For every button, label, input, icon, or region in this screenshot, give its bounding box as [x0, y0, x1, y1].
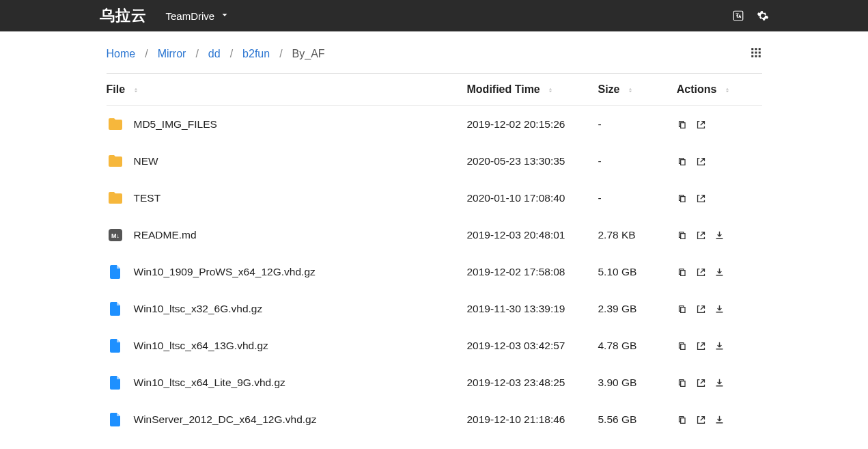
- row-actions: [677, 303, 757, 315]
- table-row: WinServer_2012_DC_x64_12G.vhd.gz2019-12-…: [107, 401, 762, 438]
- open-external-icon[interactable]: [695, 267, 707, 278]
- breadcrumb-separator: /: [145, 48, 148, 60]
- copy-link-icon[interactable]: [677, 414, 688, 426]
- download-icon[interactable]: [714, 230, 725, 241]
- sort-icon: [724, 86, 731, 94]
- table-row: Win10_ltsc_x64_13G.vhd.gz2019-12-03 03:4…: [107, 327, 762, 364]
- modified-time: 2020-01-10 17:08:40: [467, 180, 598, 217]
- modified-time: 2019-12-03 20:48:01: [467, 217, 598, 254]
- download-icon[interactable]: [714, 377, 725, 389]
- copy-link-icon[interactable]: [677, 340, 688, 352]
- grid-view-icon[interactable]: [750, 46, 762, 61]
- copy-link-icon[interactable]: [677, 303, 688, 315]
- open-external-icon[interactable]: [695, 303, 707, 315]
- sort-icon: [132, 86, 139, 94]
- col-header-modified[interactable]: Modified Time: [467, 74, 598, 106]
- file-name[interactable]: MD5_IMG_FILES: [134, 118, 217, 131]
- col-header-size[interactable]: Size: [598, 74, 677, 106]
- open-external-icon[interactable]: [695, 193, 707, 204]
- table-row: Win10_ltsc_x64_Lite_9G.vhd.gz2019-12-03 …: [107, 364, 762, 401]
- open-external-icon[interactable]: [695, 156, 707, 167]
- file-icon: [107, 411, 124, 428]
- modified-time: 2019-11-30 13:39:19: [467, 290, 598, 327]
- file-name[interactable]: Win10_ltsc_x64_Lite_9G.vhd.gz: [134, 377, 285, 389]
- row-actions: [677, 377, 757, 389]
- file-icon: [107, 300, 124, 318]
- table-row: MD5_IMG_FILES2019-12-02 20:15:26-: [107, 106, 762, 144]
- table-row: WinServer_2016_DC_x64_12G.vhd.gz2019-12-…: [107, 438, 762, 449]
- download-icon[interactable]: [714, 340, 725, 352]
- breadcrumb-link[interactable]: Mirror: [158, 48, 186, 60]
- sort-icon: [547, 86, 554, 94]
- gear-icon[interactable]: [757, 10, 769, 22]
- file-size: 2.39 GB: [598, 290, 677, 327]
- breadcrumb: Home/Mirror/dd/b2fun/By_AF: [107, 48, 325, 60]
- copy-link-icon[interactable]: [677, 267, 688, 278]
- topbar: 乌拉云 TeamDrive: [0, 0, 868, 31]
- file-size: -: [598, 143, 677, 180]
- row-actions: [677, 267, 757, 278]
- col-header-modified-label: Modified Time: [467, 83, 540, 95]
- modified-time: 2019-12-02 20:15:26: [467, 106, 598, 144]
- chevron-down-icon: [220, 10, 229, 22]
- file-name[interactable]: TEST: [134, 192, 161, 204]
- modified-time: 2019-12-01 19:51:50: [467, 438, 598, 449]
- col-header-file-label: File: [107, 83, 126, 95]
- team-dropdown[interactable]: TeamDrive: [166, 10, 230, 22]
- file-table: File Modified Time Size Actions MD5_IMG_…: [107, 74, 762, 449]
- file-size: -: [598, 180, 677, 217]
- file-size: 5.10 GB: [598, 254, 677, 290]
- sort-icon: [627, 86, 634, 94]
- open-external-icon[interactable]: [695, 414, 707, 426]
- team-dropdown-label: TeamDrive: [166, 10, 215, 22]
- table-row: NEW2020-05-23 13:30:35-: [107, 143, 762, 180]
- row-actions: [677, 156, 757, 167]
- modified-time: 2019-12-02 17:58:08: [467, 254, 598, 290]
- col-header-actions-label: Actions: [677, 83, 717, 95]
- download-icon[interactable]: [714, 267, 725, 278]
- breadcrumb-link[interactable]: b2fun: [242, 48, 270, 60]
- modified-time: 2019-12-03 23:48:25: [467, 364, 598, 401]
- file-icon: [107, 337, 124, 355]
- row-actions: [677, 193, 757, 204]
- file-name[interactable]: WinServer_2012_DC_x64_12G.vhd.gz: [134, 413, 317, 426]
- folder-icon: [107, 189, 124, 207]
- file-name[interactable]: README.md: [134, 229, 197, 241]
- folder-icon: [107, 152, 124, 170]
- file-size: 5.56 GB: [598, 401, 677, 438]
- table-row: Win10_ltsc_x32_6G.vhd.gz2019-11-30 13:39…: [107, 290, 762, 327]
- copy-link-icon[interactable]: [677, 193, 688, 204]
- row-actions: [677, 414, 757, 426]
- file-name[interactable]: Win10_ltsc_x64_13G.vhd.gz: [134, 340, 268, 352]
- table-row: TEST2020-01-10 17:08:40-: [107, 180, 762, 217]
- breadcrumb-link[interactable]: Home: [107, 48, 136, 60]
- breadcrumb-separator: /: [195, 48, 198, 60]
- brand-logo[interactable]: 乌拉云: [100, 5, 147, 26]
- download-icon[interactable]: [714, 414, 725, 426]
- file-size: 2.78 KB: [598, 217, 677, 254]
- folder-icon: [107, 115, 124, 133]
- file-icon: [107, 374, 124, 392]
- copy-link-icon[interactable]: [677, 230, 688, 241]
- table-row: Win10_1909_ProWS_x64_12G.vhd.gz2019-12-0…: [107, 254, 762, 290]
- row-actions: [677, 340, 757, 352]
- file-name[interactable]: Win10_1909_ProWS_x64_12G.vhd.gz: [134, 266, 316, 278]
- copy-link-icon[interactable]: [677, 377, 688, 389]
- open-external-icon[interactable]: [695, 119, 707, 131]
- open-external-icon[interactable]: [695, 377, 707, 389]
- col-header-actions[interactable]: Actions: [677, 74, 762, 106]
- language-icon[interactable]: [732, 10, 744, 22]
- copy-link-icon[interactable]: [677, 119, 688, 131]
- col-header-file[interactable]: File: [107, 74, 467, 106]
- file-name[interactable]: Win10_ltsc_x32_6G.vhd.gz: [134, 303, 263, 315]
- col-header-size-label: Size: [598, 83, 620, 95]
- copy-link-icon[interactable]: [677, 156, 688, 167]
- row-actions: [677, 119, 757, 131]
- file-name[interactable]: NEW: [134, 155, 158, 167]
- row-actions: [677, 230, 757, 241]
- open-external-icon[interactable]: [695, 230, 707, 241]
- breadcrumb-link[interactable]: dd: [208, 48, 221, 60]
- download-icon[interactable]: [714, 303, 725, 315]
- breadcrumb-row: Home/Mirror/dd/b2fun/By_AF: [107, 31, 762, 74]
- open-external-icon[interactable]: [695, 340, 707, 352]
